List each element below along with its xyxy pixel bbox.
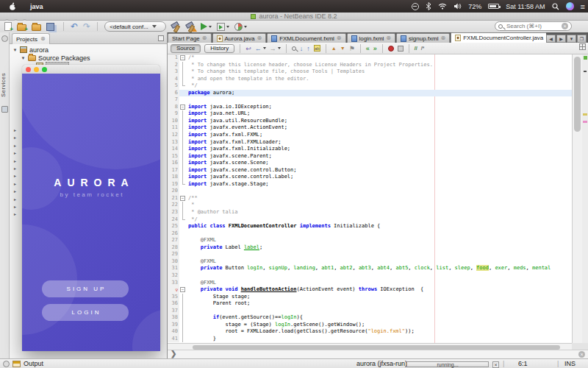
line-number-gutter[interactable]: 14 [168, 146, 179, 153]
collapsed-node-arrow-icon[interactable]: ▸ [14, 173, 16, 178]
collapsed-node-arrow-icon[interactable]: ▸ [14, 181, 16, 186]
projects-tab-close-icon[interactable]: ⊗ [40, 36, 46, 42]
expand-chevron-icon[interactable]: ❯ [171, 350, 176, 358]
last-edit-position-icon[interactable]: ↩ [245, 45, 251, 52]
collapsed-node-arrow-icon[interactable]: ▸ [14, 166, 16, 171]
line-number-gutter[interactable]: 31 [168, 265, 179, 272]
line-number-gutter[interactable]: 22 [168, 202, 179, 209]
line-number-gutter[interactable]: 4 [168, 76, 179, 83]
tab-projects[interactable]: Projects⊗ [12, 33, 50, 44]
signup-button[interactable]: SIGN UP [42, 280, 129, 297]
clean-build-button[interactable] [186, 21, 196, 32]
collapsed-node-arrow-icon[interactable]: ▸ [14, 197, 16, 202]
next-bookmark-icon[interactable]: ▼ [340, 45, 345, 52]
tab-list-button[interactable]: ▼ [567, 35, 576, 43]
collapsed-node-arrow-icon[interactable]: ▸ [14, 211, 16, 216]
fold-toggle-icon[interactable]: − [180, 196, 185, 201]
config-select[interactable]: <default conf... [104, 21, 166, 32]
line-number-gutter[interactable]: 38 [168, 314, 179, 322]
redo-button[interactable]: ↷ [83, 21, 90, 32]
split-editor-button[interactable] [579, 43, 586, 50]
tab-close-icon[interactable]: ⊗ [337, 35, 342, 41]
collapsed-node-arrow-icon[interactable]: ▸ [14, 143, 16, 148]
code-editor[interactable]: 1−/*2 * To change this license header, c… [168, 54, 572, 343]
undo-button[interactable]: ↶ [71, 21, 78, 32]
tab-fxmldocument-fxml[interactable]: FXMLDocument.fxml⊗ [267, 33, 345, 43]
output-group-icon[interactable] [3, 361, 10, 367]
line-number-gutter[interactable]: 23 [168, 209, 179, 216]
collapsed-node-arrow-icon[interactable]: ▸ [14, 188, 16, 194]
horizontal-scrollbar-thumb[interactable] [193, 345, 560, 350]
line-number-gutter[interactable]: 30 [168, 258, 179, 266]
find-next-occurrence-icon[interactable]: ↓ [300, 45, 304, 52]
line-number-gutter[interactable]: 39 [168, 322, 179, 329]
shift-left-icon[interactable]: « [366, 45, 370, 52]
fold-gutter[interactable]: − [179, 104, 187, 111]
line-number-gutter[interactable]: 37 [168, 308, 179, 315]
line-number-gutter[interactable]: 3 [168, 68, 179, 76]
tab-login-fxml[interactable]: login.fxml⊗ [347, 33, 396, 43]
open-project-button[interactable] [32, 21, 41, 32]
line-number-gutter[interactable]: 33 [168, 280, 179, 287]
tab-close-icon[interactable]: ⊗ [441, 35, 446, 41]
maximize-editor-button[interactable]: ❐ [577, 35, 587, 43]
search-clear-icon[interactable]: × [562, 23, 568, 29]
line-number-gutter[interactable]: 41 [168, 336, 179, 343]
save-all-button[interactable] [46, 21, 57, 32]
preview-close-button[interactable] [26, 67, 31, 72]
fold-gutter[interactable]: − [179, 195, 187, 202]
tree-item-aurora[interactable]: ▼aurora [10, 46, 167, 54]
services-window-icon[interactable] [1, 106, 8, 113]
expand-arrow-icon[interactable]: ▼ [21, 56, 26, 60]
collapsed-node-arrow-icon[interactable]: ▸ [14, 135, 16, 140]
line-number-gutter[interactable]: 15 [168, 153, 179, 160]
tab-start-page[interactable]: Start Page⊗ [168, 33, 212, 43]
tab-close-icon[interactable]: ⊗ [257, 35, 262, 41]
notification-center-icon[interactable]: ≡ [581, 2, 585, 11]
fold-gutter[interactable]: − [179, 54, 187, 62]
strip-close-icon[interactable]: × [578, 351, 585, 358]
record-macro-icon[interactable] [388, 46, 394, 52]
collapsed-panel-icon[interactable] [1, 35, 8, 42]
preview-zoom-button[interactable] [42, 67, 47, 72]
line-number-gutter[interactable]: 26 [168, 230, 179, 238]
new-project-button[interactable]: + [17, 21, 26, 32]
tab-aurora-java[interactable]: Aurora.java⊗ [212, 33, 267, 43]
collapsed-node-arrow-icon[interactable]: ▸ [14, 127, 16, 132]
fold-toggle-icon[interactable]: − [180, 287, 185, 292]
login-button[interactable]: LOGIN [42, 304, 129, 321]
toggle-bookmark-icon[interactable]: ⚑ [349, 45, 355, 52]
line-number-gutter[interactable]: 7 [168, 96, 179, 104]
scroll-tabs-right-button[interactable]: ▶ [556, 35, 566, 43]
wifi-icon[interactable] [438, 3, 447, 10]
fold-toggle-icon[interactable]: − [180, 105, 185, 110]
back-icon[interactable]: ← [255, 45, 266, 52]
line-number-gutter[interactable]: 24 [168, 216, 179, 224]
line-number-gutter[interactable]: 36 [168, 300, 179, 308]
new-file-button[interactable]: + [4, 21, 12, 32]
line-number-gutter[interactable]: 16 [168, 160, 179, 167]
services-tab[interactable]: Services [0, 73, 10, 97]
build-project-button[interactable] [171, 21, 181, 32]
caret-mark[interactable] [584, 71, 587, 72]
vertical-scrollbar-thumb[interactable] [574, 57, 581, 132]
collapsed-node-arrow-icon[interactable]: ▸ [14, 158, 16, 163]
line-number-gutter[interactable]: 1 [168, 54, 179, 62]
line-number-gutter[interactable]: 11 [168, 124, 179, 132]
tab-close-icon[interactable]: ⊗ [386, 35, 391, 41]
fold-toggle-icon[interactable]: − [180, 55, 185, 60]
active-app-name[interactable]: java [30, 3, 43, 10]
profile-project-button[interactable] [234, 21, 247, 32]
source-view-button[interactable]: Source [171, 44, 201, 53]
line-number-gutter[interactable]: 2 [168, 62, 179, 69]
line-number-gutter[interactable]: 29 [168, 251, 179, 258]
line-number-gutter[interactable]: 25 [168, 223, 179, 230]
scroll-tabs-left-button[interactable]: ◀ [546, 35, 556, 43]
find-previous-occurrence-icon[interactable]: ↑ [306, 45, 310, 52]
bluetooth-icon[interactable] [426, 2, 431, 10]
stop-macro-icon[interactable] [398, 46, 404, 52]
debug-project-button[interactable] [217, 21, 229, 32]
line-number-gutter[interactable]: 6 [168, 90, 179, 97]
fold-gutter[interactable]: − [179, 286, 187, 294]
line-number-gutter[interactable]: 12 [168, 132, 179, 139]
